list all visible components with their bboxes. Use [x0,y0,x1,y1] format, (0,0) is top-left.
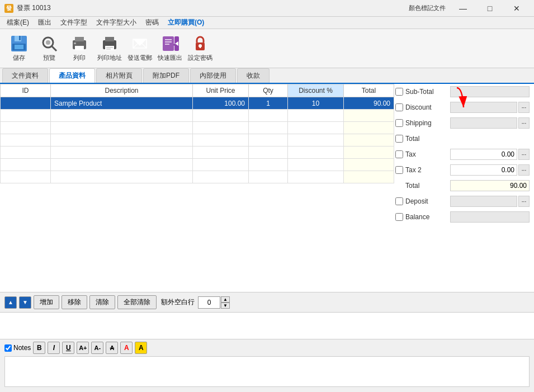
minimize-button[interactable]: — [450,0,476,17]
set-password-button[interactable]: 設定密碼 [186,32,215,65]
preview-button[interactable]: 預覽 [35,32,64,65]
shipping-checkbox[interactable] [395,119,403,127]
cell-desc[interactable] [51,171,193,183]
move-up-button[interactable]: ▲ [4,296,17,309]
tab-pdf[interactable]: 附加PDF [143,68,189,83]
menu-password[interactable]: 密碼 [141,17,163,29]
table-row[interactable] [1,147,394,159]
cell-total[interactable] [344,171,394,183]
send-email-button[interactable]: 發送電郵 [125,32,154,65]
cell-unitprice[interactable]: 100.00 [193,97,249,110]
cell-disc[interactable] [288,122,344,134]
save-button[interactable]: 儲存 [4,32,34,65]
cell-total[interactable] [344,122,394,134]
cell-price[interactable] [193,122,249,134]
row-count-up[interactable]: ▲ [221,296,230,303]
cell-total[interactable] [344,134,394,147]
tax2-dots[interactable]: ··· [518,164,530,176]
cell-total[interactable] [344,147,394,159]
cell-id[interactable] [1,110,51,122]
tax-checkbox[interactable] [395,150,403,158]
print-address-button[interactable]: 列印地址 [95,32,124,65]
tax-dots[interactable]: ··· [518,149,530,160]
move-down-button[interactable]: ▼ [19,296,31,309]
cell-qty[interactable] [249,147,288,159]
table-row[interactable] [1,122,394,134]
print-button[interactable]: 列印 [65,32,94,65]
font-highlight-button[interactable]: A [135,342,147,354]
strikethrough-button[interactable]: A [106,342,118,354]
cell-description[interactable]: Sample Product [51,97,193,110]
tab-internal[interactable]: 內部使用 [190,68,236,83]
cell-desc[interactable] [51,134,193,147]
cell-price[interactable] [193,159,249,171]
balance-checkbox[interactable] [395,213,403,221]
underline-button[interactable]: U [62,342,74,354]
remove-button[interactable]: 移除 [62,295,87,309]
cell-id[interactable] [1,134,51,147]
cell-disc[interactable] [288,134,344,147]
font-size-down-button[interactable]: A- [91,342,103,354]
tab-product[interactable]: 產品資料 [49,68,95,83]
cell-total[interactable] [344,110,394,122]
maximize-button[interactable]: □ [477,0,503,17]
cell-id[interactable] [1,159,51,171]
cell-desc[interactable] [51,110,193,122]
cell-qty[interactable] [249,110,288,122]
cell-price[interactable] [193,171,249,183]
table-row[interactable] [1,159,394,171]
discount-checkbox[interactable] [395,103,403,111]
cell-disc[interactable] [288,171,344,183]
row-count-down[interactable]: ▼ [221,303,230,309]
cell-desc[interactable] [51,147,193,159]
cell-price[interactable] [193,110,249,122]
cell-disc[interactable] [288,147,344,159]
color-label[interactable]: 顏色標記文件 [409,4,446,12]
shipping-dots[interactable]: ··· [518,117,530,129]
cell-total[interactable] [344,159,394,171]
menu-file[interactable]: 檔案(E) [2,17,34,29]
cell-id[interactable] [1,122,51,134]
cell-desc[interactable] [51,122,193,134]
italic-button[interactable]: I [48,342,60,354]
discount-dots[interactable]: ··· [518,102,530,113]
subtotal-checkbox[interactable] [395,88,403,96]
cell-price[interactable] [193,147,249,159]
notes-textarea[interactable] [4,356,530,387]
cell-qty[interactable] [249,134,288,147]
cell-disc[interactable] [288,159,344,171]
cell-id[interactable] [1,171,51,183]
cell-desc[interactable] [51,159,193,171]
cell-id[interactable] [1,147,51,159]
clear-button[interactable]: 清除 [89,295,115,309]
menu-export[interactable]: 匯出 [34,17,56,29]
table-row[interactable] [1,134,394,147]
cell-id[interactable] [1,97,51,110]
quick-export-button[interactable]: 快速匯出 [155,32,185,65]
deposit-dots[interactable]: ··· [518,196,530,207]
cell-discount[interactable]: 10 [288,97,344,110]
cell-total[interactable]: 90.00 [344,97,394,110]
menu-fontsize[interactable]: 文件字型大小 [92,17,141,29]
cell-qty[interactable] [249,171,288,183]
menu-font[interactable]: 文件字型 [56,17,92,29]
cell-qty[interactable] [249,122,288,134]
clear-all-button[interactable]: 全部清除 [117,295,157,309]
tab-photo[interactable]: 相片附頁 [96,68,142,83]
bold-button[interactable]: B [33,342,45,354]
total-checkbox[interactable] [395,135,403,143]
table-row[interactable] [1,171,394,183]
cell-qty[interactable] [249,159,288,171]
table-row[interactable]: Sample Product 100.00 1 10 90.00 [1,97,394,110]
tab-payment[interactable]: 收款 [237,68,270,83]
cell-qty[interactable]: 1 [249,97,288,110]
font-size-up-button[interactable]: A+ [77,342,89,354]
add-button[interactable]: 增加 [34,295,59,309]
close-button[interactable]: ✕ [504,0,530,17]
menu-buynow[interactable]: 立即購買(O) [163,17,209,29]
cell-price[interactable] [193,134,249,147]
tab-document[interactable]: 文件資料 [2,68,48,83]
deposit-checkbox[interactable] [395,197,403,205]
font-color-button[interactable]: A [120,342,133,354]
notes-checkbox-label[interactable]: Notes [4,344,31,352]
